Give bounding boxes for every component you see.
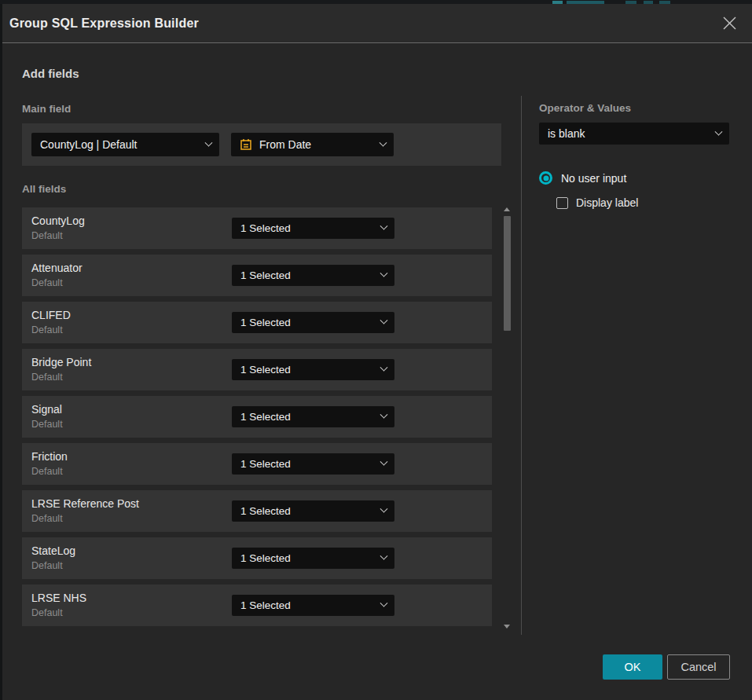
chevron-down-icon	[380, 222, 388, 230]
operator-values-label: Operator & Values	[539, 102, 631, 114]
field-selected-value: 1 Selected	[240, 222, 291, 234]
chevron-down-icon	[715, 127, 723, 135]
add-fields-heading: Add fields	[22, 67, 79, 80]
field-layer-sublabel: Default	[31, 466, 63, 477]
main-layer-select-value: CountyLog | Default	[40, 138, 138, 151]
all-fields-list: CountyLog Default 1 Selected Attenuator …	[22, 207, 492, 629]
dialog-title: Group SQL Expression Builder	[9, 16, 199, 31]
field-layer-sublabel: Default	[31, 419, 63, 430]
ok-button[interactable]: OK	[603, 654, 662, 680]
field-name: Bridge Point	[31, 356, 91, 368]
field-selected-dropdown[interactable]: 1 Selected	[232, 265, 394, 286]
field-layer-sublabel: Default	[31, 324, 63, 335]
field-selected-dropdown[interactable]: 1 Selected	[232, 406, 394, 427]
main-field-select-value: From Date	[259, 138, 311, 151]
field-layer-sublabel: Default	[31, 277, 63, 288]
field-name: LRSE Reference Post	[31, 497, 139, 510]
main-field-label: Main field	[22, 103, 71, 115]
field-selected-dropdown[interactable]: 1 Selected	[232, 218, 394, 239]
field-selected-dropdown[interactable]: 1 Selected	[232, 548, 394, 569]
close-icon	[722, 16, 737, 31]
cancel-button[interactable]: Cancel	[667, 654, 730, 680]
field-row: CountyLog Default 1 Selected	[22, 207, 492, 249]
all-fields-label: All fields	[22, 183, 66, 195]
field-selected-value: 1 Selected	[240, 552, 291, 564]
no-user-input-label: No user input	[561, 172, 626, 185]
display-label-checkbox-row[interactable]: Display label	[556, 196, 638, 209]
field-row: Signal Default 1 Selected	[22, 396, 492, 438]
field-layer-sublabel: Default	[31, 607, 63, 618]
field-row: StateLog Default 1 Selected	[22, 537, 492, 579]
chevron-down-icon	[380, 505, 388, 513]
scroll-down-icon[interactable]	[504, 625, 510, 629]
field-layer-sublabel: Default	[31, 230, 63, 241]
field-selected-value: 1 Selected	[240, 599, 291, 611]
chevron-down-icon	[380, 364, 388, 372]
field-selected-dropdown[interactable]: 1 Selected	[232, 500, 394, 522]
field-selected-value: 1 Selected	[240, 505, 291, 517]
no-user-input-radio-row[interactable]: No user input	[539, 171, 626, 185]
field-selected-value: 1 Selected	[240, 411, 291, 423]
chevron-down-icon	[205, 138, 213, 146]
field-selected-value: 1 Selected	[240, 364, 291, 376]
chevron-down-icon	[380, 269, 388, 277]
field-row: Bridge Point Default 1 Selected	[22, 349, 492, 390]
chevron-down-icon	[380, 411, 388, 419]
field-row: LRSE Reference Post Default 1 Selected	[22, 490, 492, 532]
field-selected-value: 1 Selected	[240, 458, 291, 470]
chevron-down-icon	[380, 458, 388, 466]
chevron-down-icon	[380, 138, 387, 146]
field-name: Friction	[31, 450, 68, 463]
field-row: LRSE NHS Default 1 Selected	[22, 585, 492, 626]
field-name: Signal	[31, 403, 62, 416]
field-selected-dropdown[interactable]: 1 Selected	[232, 312, 394, 333]
main-field-panel: CountyLog | Default From Date	[22, 123, 501, 166]
chevron-down-icon	[380, 552, 388, 560]
group-sql-expression-builder-dialog: Group SQL Expression Builder Add fields …	[2, 4, 752, 700]
field-selected-value: 1 Selected	[240, 269, 291, 281]
field-name: StateLog	[31, 544, 75, 557]
checkbox-unchecked-icon[interactable]	[556, 197, 568, 209]
field-name: CLIFED	[31, 309, 71, 321]
field-row: Attenuator Default 1 Selected	[22, 255, 492, 296]
field-layer-sublabel: Default	[31, 513, 63, 524]
chevron-down-icon	[380, 599, 388, 607]
field-selected-dropdown[interactable]: 1 Selected	[232, 595, 394, 616]
radio-selected-icon[interactable]	[539, 171, 552, 185]
operator-select[interactable]: is blank	[539, 123, 729, 145]
field-layer-sublabel: Default	[31, 560, 63, 571]
field-row: CLIFED Default 1 Selected	[22, 302, 492, 343]
field-name: Attenuator	[31, 262, 83, 274]
calendar-icon	[240, 138, 252, 151]
list-scrollbar[interactable]	[501, 207, 513, 632]
vertical-divider	[521, 96, 522, 635]
field-selected-dropdown[interactable]: 1 Selected	[232, 453, 394, 475]
scrollbar-thumb[interactable]	[504, 216, 511, 331]
field-layer-sublabel: Default	[31, 372, 63, 383]
field-selected-dropdown[interactable]: 1 Selected	[232, 359, 394, 380]
close-button[interactable]	[721, 15, 738, 32]
operator-select-value: is blank	[548, 127, 585, 140]
main-layer-select[interactable]: CountyLog | Default	[31, 133, 219, 156]
field-name: CountyLog	[31, 214, 85, 227]
dialog-header: Group SQL Expression Builder	[2, 4, 752, 43]
field-selected-value: 1 Selected	[240, 317, 291, 328]
display-label-label: Display label	[576, 196, 638, 209]
chevron-down-icon	[380, 317, 388, 324]
main-field-select[interactable]: From Date	[231, 133, 394, 156]
field-row: Friction Default 1 Selected	[22, 443, 492, 485]
scroll-up-icon[interactable]	[504, 207, 510, 211]
field-name: LRSE NHS	[31, 592, 86, 604]
